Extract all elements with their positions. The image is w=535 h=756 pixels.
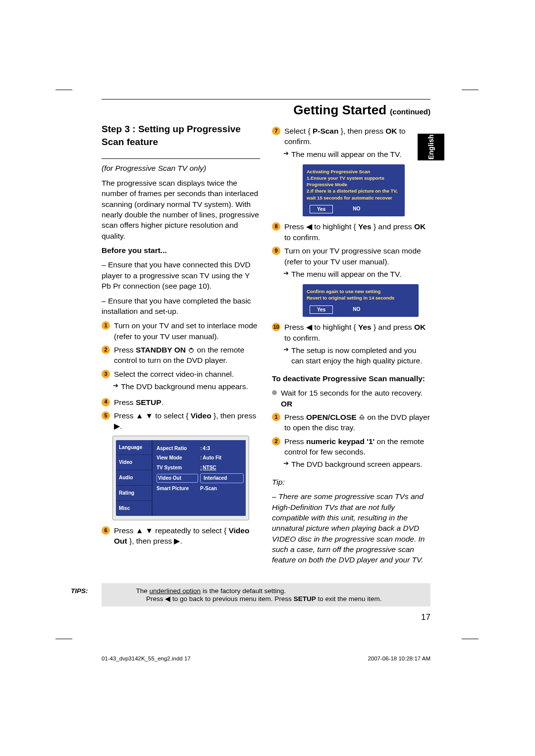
step-badge-1: 1 <box>102 321 110 330</box>
tip-head: Tip: <box>272 477 430 487</box>
deact-wait: Wait for 15 seconds for the auto recover… <box>281 388 430 398</box>
step-8: 8 Press ◀ to highlight { Yes } and press… <box>272 221 430 243</box>
step-7: 7 Select { P-Scan }, then press OK to co… <box>272 126 430 161</box>
osd-fields: Aspect Ratio:4:3 View Mode:Auto Fit TV S… <box>152 440 246 516</box>
deact-bullet: Wait for 15 seconds for the auto recover… <box>272 388 430 409</box>
tips-label: TIPS: <box>108 587 134 595</box>
deact-badge-2: 2 <box>272 437 280 446</box>
manual-page: Getting Started (continued) English Step… <box>0 0 535 756</box>
deact-badge-1: 1 <box>272 413 280 421</box>
footer-file: 01-43_dvp3142K_55_eng2.indd 17 <box>102 655 191 661</box>
crop-mark <box>462 90 479 90</box>
step-6: 6 Press ▲ ▼ repeatedly to select { Video… <box>102 525 260 547</box>
step-3-body: Select the correct video-in channel. The… <box>114 369 260 394</box>
step-badge-9: 9 <box>272 247 280 255</box>
deact-step-2: 2 Press numeric keypad '1' on the remote… <box>272 436 430 472</box>
step-6-text: Press ▲ ▼ repeatedly to select { Video O… <box>114 525 260 547</box>
step-3-text: Select the correct video-in channel. <box>114 369 260 379</box>
step-3: 3 Select the correct video-in channel. T… <box>102 369 260 394</box>
or-label: OR <box>281 399 430 409</box>
dialog-confirm-pscan: Confirm again to use new setting Revert … <box>303 284 419 317</box>
step-7-sub: The menu will appear on the TV. <box>284 149 430 159</box>
step-8-text: Press ◀ to highlight { Yes } and press O… <box>284 221 430 243</box>
deactivate-heading: To deactivate Progressive Scan manually: <box>272 373 430 384</box>
step-badge-10: 10 <box>272 323 280 331</box>
crop-mark <box>55 639 72 639</box>
header-continued: (continued) <box>390 107 430 116</box>
osd-tab-misc: Misc <box>116 501 152 516</box>
step-badge-8: 8 <box>272 222 280 231</box>
dlg1-no: NO <box>346 205 367 214</box>
left-column: Step 3 : Setting up Progressive Scan fea… <box>102 123 260 569</box>
step-4-text: Press SETUP. <box>114 397 260 407</box>
eject-icon <box>359 414 365 420</box>
intro-paragraph: The progressive scan displays twice the … <box>102 178 260 241</box>
page-number: 17 <box>102 612 430 622</box>
deact-step-2-body: Press numeric keypad '1' on the remote c… <box>284 436 430 472</box>
osd-video-menu: Language Video Audio Rating Misc Aspect … <box>112 436 249 520</box>
step-badge-5: 5 <box>102 411 110 420</box>
step-10: 10 Press ◀ to highlight { Yes } and pres… <box>272 322 430 368</box>
step-5-text: Press ▲ ▼ to select { Video }, then pres… <box>114 410 260 432</box>
step-1-text: Turn on your TV and set to interlace mod… <box>114 320 260 342</box>
dialog-activate-pscan: Activating Progressive Scan 1.Ensure you… <box>303 164 405 216</box>
step-9-body: Turn on your TV progressive scan mode (r… <box>284 246 430 281</box>
dlg1-l2: 2.If there is a distorted picture on the… <box>307 188 401 201</box>
osd-tab-language: Language <box>116 440 152 455</box>
step-10-body: Press ◀ to highlight { Yes } and press O… <box>284 322 430 368</box>
step-2-text: Press STANDBY ON on the remote control t… <box>114 345 260 366</box>
content-area: Getting Started (continued) English Step… <box>102 99 430 622</box>
step-badge-6: 6 <box>102 526 110 535</box>
step-7-text: Select { P-Scan }, then press OK to conf… <box>284 126 430 161</box>
before-item-1: – Ensure that you have connected this DV… <box>102 259 260 291</box>
step-heading: Step 3 : Setting up Progressive Scan fea… <box>102 123 260 159</box>
before-item-2: – Ensure that you have completed the bas… <box>102 296 260 317</box>
step-2: 2 Press STANDBY ON on the remote control… <box>102 345 260 366</box>
step-9: 9 Turn on your TV progressive scan mode … <box>272 246 430 281</box>
step-3-sub: The DVD background menu appears. <box>114 381 260 392</box>
dlg2-yes: Yes <box>310 305 333 314</box>
dlg1-head: Activating Progressive Scan <box>307 168 401 175</box>
dlg2-no: NO <box>346 305 367 314</box>
header-title: Getting Started <box>293 102 386 117</box>
step-10-sub: The setup is now completed and you can s… <box>284 345 430 366</box>
power-icon <box>188 347 195 353</box>
step-badge-4: 4 <box>102 398 110 406</box>
section-header: Getting Started (continued) <box>102 102 430 118</box>
svg-marker-2 <box>360 415 364 418</box>
crop-mark <box>55 90 72 90</box>
footer-timestamp: 2007-06-18 10:28:17 AM <box>368 655 430 661</box>
step-5: 5 Press ▲ ▼ to select { Video }, then pr… <box>102 410 260 432</box>
step-badge-3: 3 <box>102 370 110 378</box>
step-badge-2: 2 <box>102 346 110 354</box>
tip-body: – There are some progressive scan TVs an… <box>272 491 430 565</box>
osd-tab-audio: Audio <box>116 470 152 485</box>
dlg2-l1: Confirm again to use new setting <box>307 288 415 295</box>
dlg1-yes: Yes <box>310 205 333 214</box>
step-9-text: Turn on your TV progressive scan mode (r… <box>284 246 430 267</box>
deact-step-1: 1 Press OPEN/CLOSE on the DVD player to … <box>272 412 430 433</box>
crop-mark <box>462 639 479 639</box>
top-rule <box>102 99 430 100</box>
deact-step-1-text: Press OPEN/CLOSE on the DVD player to op… <box>284 412 430 433</box>
step-1: 1 Turn on your TV and set to interlace m… <box>102 320 260 342</box>
dlg2-l2: Revert to original setting in 14 seconds <box>307 295 415 301</box>
step-9-sub: The menu will appear on the TV. <box>284 269 430 279</box>
step-4: 4 Press SETUP. <box>102 397 260 407</box>
before-you-start-head: Before you start... <box>102 245 260 255</box>
dlg1-l1: 1.Ensure your TV system supports Progres… <box>307 175 401 188</box>
right-column: 7 Select { P-Scan }, then press OK to co… <box>272 123 430 569</box>
print-footer: 01-43_dvp3142K_55_eng2.indd 17 2007-06-1… <box>102 655 430 661</box>
tips-footer-box: TIPS: The underlined option is the facto… <box>102 583 430 606</box>
deact-step-2-sub: The DVD background screen appears. <box>284 459 430 469</box>
osd-tab-video: Video <box>116 454 152 470</box>
osd-tabs: Language Video Audio Rating Misc <box>116 440 152 516</box>
bullet-icon <box>272 390 277 395</box>
note-progressive-only: (for Progressive Scan TV only) <box>102 163 260 173</box>
osd-tab-rating: Rating <box>116 485 152 501</box>
step-badge-7: 7 <box>272 127 280 135</box>
